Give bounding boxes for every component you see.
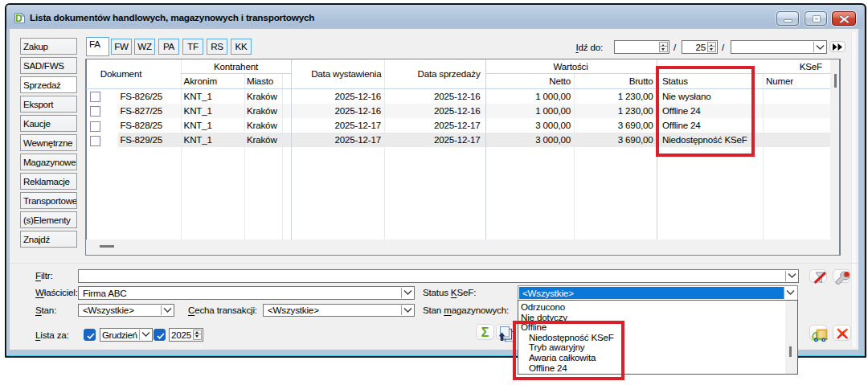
svg-text:D: D: [15, 13, 23, 24]
